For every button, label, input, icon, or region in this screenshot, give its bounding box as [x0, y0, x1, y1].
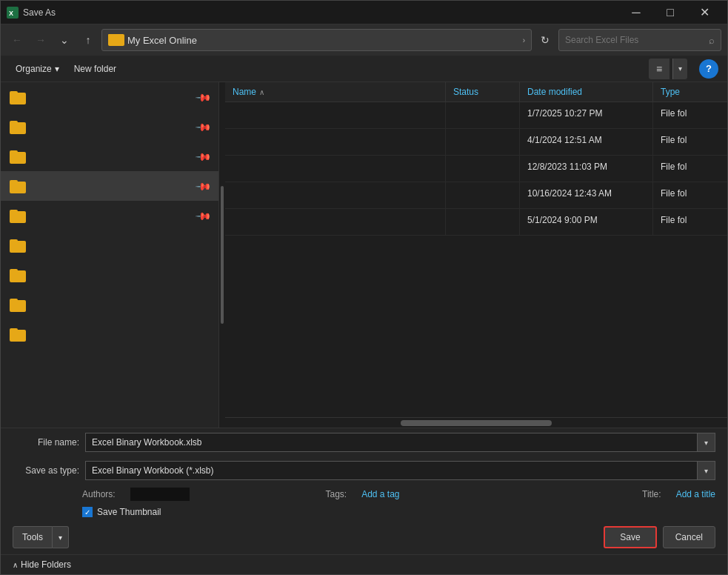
table-row[interactable]: 5/1/2024 9:00 PM File fol: [225, 209, 727, 236]
tools-dropdown-button[interactable]: ▾: [53, 526, 69, 548]
file-type: File fol: [653, 182, 727, 208]
sidebar-item[interactable]: [1, 319, 218, 349]
authors-label: Authors:: [82, 489, 116, 499]
file-name: [225, 102, 446, 128]
file-name-input-wrap: ▾: [85, 433, 715, 452]
header-date-modified[interactable]: Date modified: [520, 82, 653, 102]
save-type-label: Save as type:: [13, 465, 79, 476]
file-date: 5/1/2024 9:00 PM: [520, 209, 653, 235]
folder-icon: [10, 267, 27, 282]
file-date: 1/7/2025 10:27 PM: [520, 102, 653, 128]
tags-link[interactable]: Add a tag: [361, 489, 399, 499]
title-label: Title:: [642, 489, 661, 499]
help-button[interactable]: ?: [699, 59, 718, 79]
view-button[interactable]: ≡: [649, 59, 669, 79]
save-type-input[interactable]: [85, 461, 698, 480]
file-panel: Name ∧ Status Date modified Type: [225, 82, 727, 428]
folder-icon: [10, 327, 27, 342]
sidebar-item[interactable]: [1, 260, 218, 290]
main-area: 📌 📌 📌 📌 📌: [1, 82, 727, 428]
view-dropdown-button[interactable]: ▾: [672, 59, 687, 79]
sidebar-item[interactable]: 📌: [1, 82, 218, 112]
sidebar: 📌 📌 📌 📌 📌: [1, 82, 219, 428]
file-status: [446, 156, 520, 182]
forward-button[interactable]: →: [30, 30, 51, 50]
address-bar[interactable]: My Excel Online ›: [101, 29, 532, 51]
folder-icon: [10, 238, 27, 253]
new-folder-button[interactable]: New folder: [68, 59, 122, 79]
maximize-button[interactable]: □: [653, 1, 687, 24]
title-link[interactable]: Add a title: [676, 489, 715, 499]
table-row[interactable]: 4/1/2024 12:51 AM File fol: [225, 129, 727, 156]
thumbnail-checkbox-wrap[interactable]: ✓ Save Thumbnail: [82, 507, 161, 517]
file-name: [225, 156, 446, 182]
up-button[interactable]: ↑: [78, 30, 98, 50]
file-name: [225, 182, 446, 208]
file-type: File fol: [653, 156, 727, 182]
table-row[interactable]: 1/7/2025 10:27 PM File fol: [225, 102, 727, 129]
cancel-button[interactable]: Cancel: [663, 526, 715, 548]
folder-icon: [10, 208, 27, 223]
save-button[interactable]: Save: [604, 526, 656, 548]
table-row[interactable]: 10/16/2024 12:43 AM File fol: [225, 182, 727, 209]
pin-icon: 📌: [195, 88, 212, 105]
file-date: 10/16/2024 12:43 AM: [520, 182, 653, 208]
thumbnail-checkbox[interactable]: ✓: [82, 507, 93, 517]
search-box[interactable]: ⌕: [558, 29, 721, 51]
header-type[interactable]: Type: [653, 82, 727, 102]
pin-icon: 📌: [195, 207, 212, 224]
search-input[interactable]: [565, 35, 709, 45]
thumbnail-row: ✓ Save Thumbnail: [1, 504, 727, 520]
tools-button[interactable]: Tools: [13, 526, 53, 548]
header-name[interactable]: Name ∧: [225, 82, 446, 102]
file-name-input[interactable]: [85, 433, 698, 452]
pin-icon: 📌: [195, 147, 212, 164]
sidebar-item[interactable]: 📌: [1, 142, 218, 171]
toolbar: Organize ▾ New folder ≡ ▾ ?: [1, 56, 727, 82]
file-name-label: File name:: [13, 437, 79, 448]
file-status: [446, 209, 520, 235]
sidebar-item[interactable]: 📌: [1, 112, 218, 142]
hide-folders-row: ∧ Hide Folders: [1, 554, 727, 574]
title-bar: X Save As ─ □ ✕: [1, 1, 727, 24]
recent-locations-button[interactable]: ⌄: [54, 30, 75, 50]
header-status[interactable]: Status: [446, 82, 520, 102]
hide-folders-button[interactable]: ∧ Hide Folders: [13, 559, 71, 570]
close-button[interactable]: ✕: [687, 1, 721, 24]
search-icon[interactable]: ⌕: [709, 35, 715, 46]
folder-icon: [10, 90, 27, 104]
file-list-header: Name ∧ Status Date modified Type: [225, 82, 727, 102]
table-row[interactable]: 12/8/2023 11:03 PM File fol: [225, 156, 727, 182]
file-list[interactable]: Name ∧ Status Date modified Type: [225, 82, 727, 417]
sidebar-scrollbar[interactable]: [221, 186, 224, 324]
organize-button[interactable]: Organize ▾: [10, 59, 65, 79]
file-status: [446, 102, 520, 128]
sidebar-divider: [219, 82, 225, 428]
back-button[interactable]: ←: [7, 30, 27, 50]
save-type-dropdown-arrow[interactable]: ▾: [698, 461, 715, 480]
sidebar-item[interactable]: [1, 230, 218, 260]
authors-input[interactable]: [130, 488, 190, 501]
excel-icon: X: [7, 7, 19, 19]
file-name: [225, 209, 446, 235]
dialog-title: Save As: [23, 7, 619, 18]
folder-icon: [10, 149, 27, 164]
minimize-button[interactable]: ─: [619, 1, 653, 24]
folder-icon: [10, 297, 27, 312]
file-name-dropdown-arrow[interactable]: ▾: [698, 433, 715, 452]
refresh-button[interactable]: ↻: [535, 30, 555, 50]
checkmark-icon: ✓: [84, 508, 90, 516]
window-controls: ─ □ ✕: [619, 1, 721, 24]
sidebar-item[interactable]: 📌: [1, 201, 218, 230]
file-type: File fol: [653, 209, 727, 235]
folder-icon: [10, 119, 27, 134]
nav-bar: ← → ⌄ ↑ My Excel Online › ↻ ⌕: [1, 24, 727, 56]
tools-group: Tools ▾: [13, 526, 69, 548]
file-date: 12/8/2023 11:03 PM: [520, 156, 653, 182]
file-type: File fol: [653, 129, 727, 155]
sidebar-item-selected[interactable]: 📌: [1, 171, 218, 201]
horizontal-scrollbar[interactable]: [401, 420, 551, 426]
save-type-input-wrap: ▾: [85, 461, 715, 480]
sidebar-item[interactable]: [1, 290, 218, 319]
pin-icon: 📌: [195, 177, 212, 194]
